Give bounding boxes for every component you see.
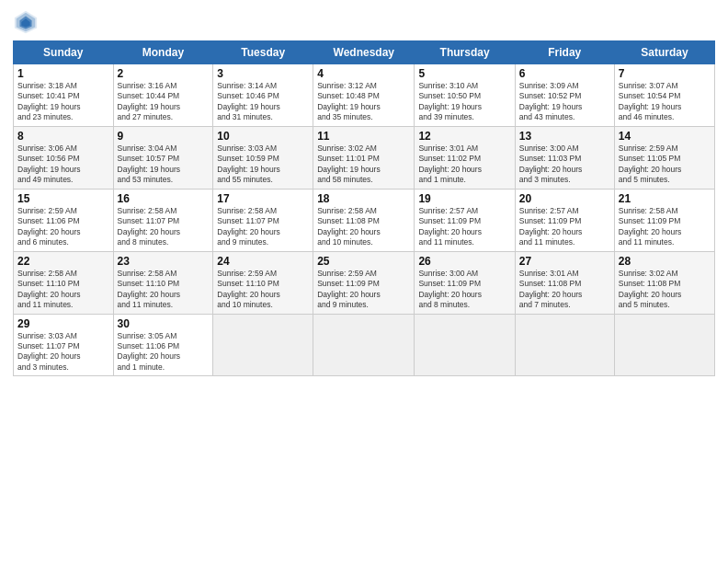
day-number: 4 [317, 67, 410, 80]
day-info: Sunrise: 3:06 AM Sunset: 10:56 PM Daylig… [17, 144, 109, 186]
day-info: Sunrise: 3:09 AM Sunset: 10:52 PM Daylig… [519, 81, 610, 123]
day-number: 28 [619, 255, 711, 268]
calendar-cell: 12Sunrise: 3:01 AM Sunset: 11:02 PM Dayl… [415, 126, 515, 189]
calendar-cell: 19Sunrise: 2:57 AM Sunset: 11:09 PM Dayl… [415, 189, 515, 251]
calendar-cell: 7Sunrise: 3:07 AM Sunset: 10:54 PM Dayli… [614, 64, 714, 127]
calendar-cell: 23Sunrise: 2:58 AM Sunset: 11:10 PM Dayl… [113, 251, 213, 314]
page: SundayMondayTuesdayWednesdayThursdayFrid… [0, 0, 728, 563]
logo [13, 9, 42, 35]
day-number: 15 [17, 192, 109, 205]
day-number: 10 [217, 130, 309, 143]
calendar-cell: 3Sunrise: 3:14 AM Sunset: 10:46 PM Dayli… [213, 64, 313, 127]
day-number: 12 [418, 130, 510, 143]
day-info: Sunrise: 3:18 AM Sunset: 10:41 PM Daylig… [17, 81, 109, 123]
calendar-cell: 5Sunrise: 3:10 AM Sunset: 10:50 PM Dayli… [415, 64, 515, 127]
day-number: 22 [17, 255, 109, 268]
day-info: Sunrise: 2:58 AM Sunset: 11:09 PM Daylig… [619, 206, 711, 248]
day-info: Sunrise: 2:59 AM Sunset: 11:10 PM Daylig… [217, 269, 309, 311]
day-number: 1 [17, 67, 109, 80]
calendar-cell: 28Sunrise: 3:02 AM Sunset: 11:08 PM Dayl… [614, 251, 714, 314]
day-info: Sunrise: 3:03 AM Sunset: 10:59 PM Daylig… [217, 144, 309, 186]
calendar-table: SundayMondayTuesdayWednesdayThursdayFrid… [13, 40, 715, 376]
calendar-week-4: 22Sunrise: 2:58 AM Sunset: 11:10 PM Dayl… [14, 251, 715, 314]
day-info: Sunrise: 2:59 AM Sunset: 11:05 PM Daylig… [619, 144, 711, 186]
day-number: 9 [118, 130, 210, 143]
day-number: 24 [217, 255, 309, 268]
calendar-cell: 8Sunrise: 3:06 AM Sunset: 10:56 PM Dayli… [14, 126, 114, 189]
calendar-cell: 10Sunrise: 3:03 AM Sunset: 10:59 PM Dayl… [213, 126, 313, 189]
calendar-cell: 24Sunrise: 2:59 AM Sunset: 11:10 PM Dayl… [213, 251, 313, 314]
calendar-cell: 30Sunrise: 3:05 AM Sunset: 11:06 PM Dayl… [113, 314, 213, 376]
day-number: 18 [317, 192, 410, 205]
day-info: Sunrise: 3:00 AM Sunset: 11:09 PM Daylig… [418, 269, 510, 311]
day-number: 3 [217, 67, 309, 80]
day-number: 5 [418, 67, 510, 80]
calendar-cell: 9Sunrise: 3:04 AM Sunset: 10:57 PM Dayli… [113, 126, 213, 189]
calendar-cell: 18Sunrise: 2:58 AM Sunset: 11:08 PM Dayl… [313, 189, 415, 251]
day-number: 14 [619, 130, 711, 143]
weekday-header-row: SundayMondayTuesdayWednesdayThursdayFrid… [14, 41, 715, 64]
day-number: 11 [317, 130, 410, 143]
calendar-week-3: 15Sunrise: 2:59 AM Sunset: 11:06 PM Dayl… [14, 189, 715, 251]
logo-icon [13, 9, 39, 35]
calendar-cell: 14Sunrise: 2:59 AM Sunset: 11:05 PM Dayl… [614, 126, 714, 189]
day-info: Sunrise: 3:04 AM Sunset: 10:57 PM Daylig… [118, 144, 210, 186]
calendar-week-1: 1Sunrise: 3:18 AM Sunset: 10:41 PM Dayli… [14, 64, 715, 127]
weekday-friday: Friday [515, 41, 614, 64]
calendar-cell: 15Sunrise: 2:59 AM Sunset: 11:06 PM Dayl… [14, 189, 114, 251]
calendar-cell: 2Sunrise: 3:16 AM Sunset: 10:44 PM Dayli… [113, 64, 213, 127]
calendar-cell: 1Sunrise: 3:18 AM Sunset: 10:41 PM Dayli… [14, 64, 114, 127]
day-info: Sunrise: 3:16 AM Sunset: 10:44 PM Daylig… [118, 81, 210, 123]
day-info: Sunrise: 3:01 AM Sunset: 11:02 PM Daylig… [418, 144, 510, 186]
day-info: Sunrise: 2:58 AM Sunset: 11:10 PM Daylig… [17, 269, 109, 311]
weekday-saturday: Saturday [614, 41, 714, 64]
calendar-cell: 13Sunrise: 3:00 AM Sunset: 11:03 PM Dayl… [515, 126, 614, 189]
day-info: Sunrise: 3:10 AM Sunset: 10:50 PM Daylig… [418, 81, 510, 123]
calendar-week-5: 29Sunrise: 3:03 AM Sunset: 11:07 PM Dayl… [14, 314, 715, 376]
weekday-tuesday: Tuesday [213, 41, 313, 64]
day-info: Sunrise: 3:12 AM Sunset: 10:48 PM Daylig… [317, 81, 410, 123]
day-number: 26 [418, 255, 510, 268]
weekday-wednesday: Wednesday [313, 41, 415, 64]
weekday-sunday: Sunday [14, 41, 114, 64]
calendar-cell: 27Sunrise: 3:01 AM Sunset: 11:08 PM Dayl… [515, 251, 614, 314]
day-number: 20 [519, 192, 610, 205]
day-number: 23 [118, 255, 210, 268]
day-info: Sunrise: 3:02 AM Sunset: 11:08 PM Daylig… [619, 269, 711, 311]
calendar-cell: 25Sunrise: 2:59 AM Sunset: 11:09 PM Dayl… [313, 251, 415, 314]
calendar-cell: 29Sunrise: 3:03 AM Sunset: 11:07 PM Dayl… [14, 314, 114, 376]
day-info: Sunrise: 3:03 AM Sunset: 11:07 PM Daylig… [17, 331, 109, 373]
calendar-cell [313, 314, 415, 376]
day-number: 2 [118, 67, 210, 80]
calendar-cell: 6Sunrise: 3:09 AM Sunset: 10:52 PM Dayli… [515, 64, 614, 127]
calendar-cell: 16Sunrise: 2:58 AM Sunset: 11:07 PM Dayl… [113, 189, 213, 251]
calendar-cell: 11Sunrise: 3:02 AM Sunset: 11:01 PM Dayl… [313, 126, 415, 189]
day-number: 19 [418, 192, 510, 205]
calendar-cell: 20Sunrise: 2:57 AM Sunset: 11:09 PM Dayl… [515, 189, 614, 251]
day-number: 25 [317, 255, 410, 268]
day-info: Sunrise: 2:58 AM Sunset: 11:07 PM Daylig… [118, 206, 210, 248]
day-number: 30 [118, 317, 210, 330]
day-number: 27 [519, 255, 610, 268]
calendar-cell [614, 314, 714, 376]
calendar-cell: 22Sunrise: 2:58 AM Sunset: 11:10 PM Dayl… [14, 251, 114, 314]
day-number: 13 [519, 130, 610, 143]
day-number: 8 [17, 130, 109, 143]
day-info: Sunrise: 2:58 AM Sunset: 11:10 PM Daylig… [118, 269, 210, 311]
day-info: Sunrise: 2:57 AM Sunset: 11:09 PM Daylig… [519, 206, 610, 248]
day-info: Sunrise: 2:58 AM Sunset: 11:08 PM Daylig… [317, 206, 410, 248]
day-number: 29 [17, 317, 109, 330]
day-info: Sunrise: 3:02 AM Sunset: 11:01 PM Daylig… [317, 144, 410, 186]
day-number: 16 [118, 192, 210, 205]
day-info: Sunrise: 3:01 AM Sunset: 11:08 PM Daylig… [519, 269, 610, 311]
day-number: 21 [619, 192, 711, 205]
calendar-cell [415, 314, 515, 376]
day-info: Sunrise: 2:58 AM Sunset: 11:07 PM Daylig… [217, 206, 309, 248]
day-info: Sunrise: 3:05 AM Sunset: 11:06 PM Daylig… [118, 331, 210, 373]
calendar-cell [213, 314, 313, 376]
calendar-week-2: 8Sunrise: 3:06 AM Sunset: 10:56 PM Dayli… [14, 126, 715, 189]
calendar-cell: 4Sunrise: 3:12 AM Sunset: 10:48 PM Dayli… [313, 64, 415, 127]
day-info: Sunrise: 2:57 AM Sunset: 11:09 PM Daylig… [418, 206, 510, 248]
day-number: 17 [217, 192, 309, 205]
day-info: Sunrise: 3:07 AM Sunset: 10:54 PM Daylig… [619, 81, 711, 123]
